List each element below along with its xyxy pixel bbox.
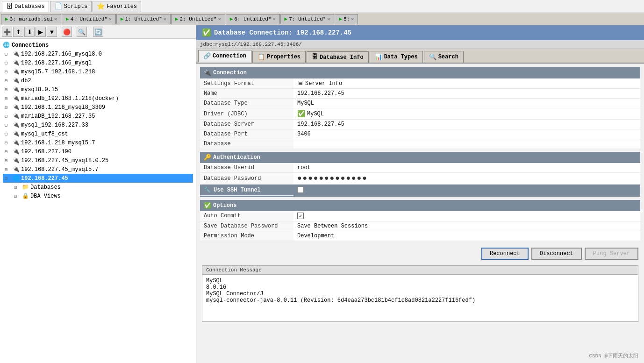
password-dots: ●●●●●●●●●●●●●: [297, 174, 368, 183]
query-tab-5[interactable]: ▶ 6: Untitled* ✕: [226, 14, 280, 24]
close-tab-3[interactable]: ✕: [164, 16, 166, 22]
database-label: Database: [200, 139, 293, 149]
tab-properties-label: Properties: [267, 54, 301, 60]
disconnect-button[interactable]: Disconnect: [531, 248, 582, 260]
move-down-button[interactable]: ⬇: [24, 27, 35, 37]
expand-c10: ⊞: [5, 131, 11, 137]
sidebar-item-c2[interactable]: ⊞ 🔌 192.168.227.166_mysql: [3, 58, 193, 67]
db-icon-c14: 🔌: [13, 166, 20, 173]
sidebar-item-c3[interactable]: ⊞ 🔌 mysql5.7_192.168.1.218: [3, 67, 193, 76]
close-tab-5[interactable]: ✕: [273, 16, 276, 22]
sidebar-item-c8[interactable]: ⊞ 🔌 mariaDB_192.168.227.35: [3, 112, 193, 121]
tab-data-types[interactable]: 📊 Data Types: [370, 51, 423, 63]
query-tab-2-label: 4: Untitled*: [71, 16, 107, 22]
sidebar-item-c6[interactable]: ⊞ 🔌 mariadb_192.168.1.218(docker): [3, 94, 193, 103]
close-tab-2[interactable]: ✕: [109, 16, 112, 22]
password-row: Database Password ●●●●●●●●●●●●●: [200, 173, 640, 185]
sidebar-item-c7[interactable]: ⊞ 🔌 192.168.1.218_mysql8_3309: [3, 103, 193, 112]
sidebar-label-c14: 192.168.227.45_mysql5.7: [21, 166, 99, 173]
db-icon-c13: 🔌: [13, 157, 20, 164]
query-tab-4[interactable]: ▶ 2: Untitled* ✕: [171, 14, 225, 24]
tab-search[interactable]: 🔍 Search: [424, 51, 464, 63]
connect-button[interactable]: ▶: [36, 27, 46, 37]
tab-search-label: Search: [438, 54, 458, 60]
close-tab-6[interactable]: ✕: [327, 16, 330, 22]
db-icon-c8: 🔌: [13, 113, 20, 120]
query-tab-3[interactable]: ▶ 1: Untitled* ✕: [116, 14, 171, 24]
nav-tab-scripts[interactable]: 📄 Scripts: [50, 1, 92, 12]
name-value: 192.168.227.45: [293, 89, 640, 99]
db-icon-c9: 🔌: [13, 121, 20, 128]
add-connection-button[interactable]: ➕: [2, 27, 12, 37]
connection-message-body: MySQL 8.0.16 MySQL Connector/J mysql-con…: [202, 275, 638, 321]
search-sidebar-button[interactable]: 🔍: [77, 27, 87, 37]
auth-props-table: Database Userid root Database Password ●…: [200, 163, 640, 197]
database-port-row: Database Port 3406: [200, 129, 640, 139]
run-icon-4: ▶: [175, 16, 179, 22]
tab-database-info[interactable]: 🗄 Database Info: [307, 51, 369, 63]
close-tab-7[interactable]: ✕: [351, 16, 354, 22]
auto-commit-checkbox[interactable]: ✓: [297, 213, 304, 219]
sidebar: ➕ ⬆ ⬇ ▶ ▼ 🔴 🔍 🔄 🌐 Connections ⊞ 🔌 192.1: [0, 25, 196, 363]
close-tab-1[interactable]: ✕: [54, 16, 57, 22]
expand-c3: ⊞: [5, 69, 11, 75]
query-tab-1[interactable]: ▶ 3: mariadb.sql ✕: [1, 14, 61, 24]
conn-msg-line-2: 8.0.16: [206, 284, 634, 291]
sidebar-item-c11[interactable]: ⊞ 🔌 192.168.1.218_mysql5.7: [3, 138, 193, 147]
sidebar-item-c15-db[interactable]: ⊞ 📁 Databases: [12, 183, 193, 192]
run-icon-1: ▶: [5, 16, 8, 22]
expand-c8: ⊞: [5, 114, 11, 119]
connection-message-section: Connection Message MySQL 8.0.16 MySQL Co…: [202, 265, 638, 322]
run-icon-3: ▶: [121, 16, 124, 22]
query-tab-7[interactable]: ▶ 5: ✕: [335, 14, 358, 24]
sidebar-item-c1[interactable]: ⊞ 🔌 192.168.227.166_mysql8.0: [3, 50, 193, 58]
driver-value: ✅ MySQL: [293, 108, 640, 120]
query-tab-6[interactable]: ▶ 7: Untitled* ✕: [280, 14, 335, 24]
sidebar-item-c15-dba[interactable]: ⊞ 🔒 DBA Views: [12, 192, 193, 200]
db-icon-c6: 🔌: [13, 95, 20, 102]
reconnect-button[interactable]: Reconnect: [481, 248, 529, 260]
query-tab-6-label: 7: Untitled*: [289, 16, 326, 22]
sidebar-item-c10[interactable]: ⊞ 🔌 mysql_utf8_cst: [3, 129, 193, 138]
close-tab-4[interactable]: ✕: [218, 16, 221, 22]
favorites-icon: ⭐: [97, 2, 105, 10]
dropdown-button[interactable]: ▼: [47, 27, 57, 37]
sidebar-label-c15-db: Databases: [30, 184, 61, 191]
sidebar-item-c5[interactable]: ⊞ 🔌 mysql8.0.15: [3, 85, 193, 94]
sidebar-item-c12[interactable]: ⊞ 🔌 192.168.227.190: [3, 147, 193, 156]
ssh-tunnel-label: Use SSH Tunnel: [214, 187, 261, 193]
ping-server-button[interactable]: Ping Server: [585, 248, 638, 260]
sidebar-item-c13[interactable]: ⊞ 🔌 192.168.227.45_mysql8.0.25: [3, 156, 193, 165]
tab-connection-label: Connection: [213, 53, 246, 59]
auth-section-icon: 🔑: [204, 154, 211, 161]
move-up-button[interactable]: ⬆: [13, 27, 23, 37]
sidebar-item-c9[interactable]: ⊞ 🔌 mysql_192.168.227.33: [3, 121, 193, 129]
userid-row: Database Userid root: [200, 163, 640, 173]
sidebar-item-c4[interactable]: ⊞ 🔌 db2: [3, 76, 193, 85]
nav-tab-databases[interactable]: 🗄 Databases: [2, 1, 49, 12]
tab-properties[interactable]: 📋 Properties: [252, 51, 306, 63]
connections-section: 🌐 Connections ⊞ 🔌 192.168.227.166_mysql8…: [0, 39, 196, 202]
auto-commit-value: ✓: [293, 211, 640, 221]
database-row: Database: [200, 139, 640, 149]
tab-connection[interactable]: 🔗 Connection: [198, 50, 251, 63]
database-type-row: Database Type MySQL: [200, 99, 640, 108]
nav-tab-favorites[interactable]: ⭐ Favorites: [93, 1, 141, 12]
sidebar-item-c15[interactable]: ⊟ 🌐 192.168.227.45: [3, 174, 193, 183]
globe-icon-c15: 🌐: [13, 175, 20, 182]
options-section-icon: ✅: [204, 202, 211, 209]
tab-data-types-icon: 📊: [375, 53, 382, 61]
stop-button[interactable]: 🔴: [62, 27, 72, 37]
tab-data-types-label: Data Types: [384, 54, 418, 60]
db-icon-c1: 🔌: [13, 50, 20, 57]
sidebar-item-c14[interactable]: ⊞ 🔌 192.168.227.45_mysql5.7: [3, 165, 193, 174]
panel-title: Database Connection: 192.168.227.45: [214, 29, 351, 36]
connections-globe-icon: 🌐: [3, 42, 10, 49]
expand-c4: ⊞: [5, 78, 11, 84]
refresh-button[interactable]: 🔄: [93, 27, 103, 37]
ssh-tunnel-checkbox[interactable]: [297, 186, 304, 193]
driver-row: Driver (JDBC) ✅ MySQL: [200, 108, 640, 120]
query-tab-2[interactable]: ▶ 4: Untitled* ✕: [62, 14, 116, 24]
db-icon-c7: 🔌: [13, 104, 20, 111]
sidebar-toolbar: ➕ ⬆ ⬇ ▶ ▼ 🔴 🔍 🔄: [0, 25, 196, 39]
